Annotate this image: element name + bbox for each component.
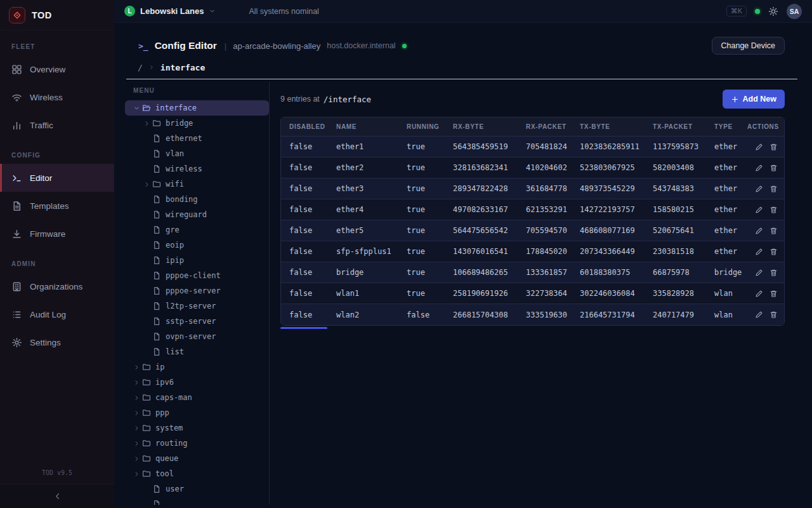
tree-item-eoip[interactable]: eoip (125, 237, 269, 253)
tree-item-label: ovpn-server (166, 332, 216, 341)
tree-item-label: system (155, 424, 183, 432)
table-row: falseether4true4970826331676213532911427… (281, 199, 784, 220)
edit-pencil-icon[interactable] (755, 248, 763, 256)
sidebar-item-templates[interactable]: Templates (0, 192, 114, 220)
cell-type: wlan (706, 311, 747, 319)
tree-item-ovpn-server[interactable]: ovpn-server (125, 329, 269, 344)
tree-item-bridge[interactable]: bridge (125, 116, 269, 131)
edit-pencil-icon[interactable] (755, 206, 763, 214)
edit-pencil-icon[interactable] (755, 143, 763, 151)
tree-item-ipip[interactable]: ipip (125, 253, 269, 268)
tree-item-sstp-server[interactable]: sstp-server (125, 314, 269, 329)
delete-trash-icon[interactable] (769, 311, 778, 319)
cell-rx-byte: 258190691926 (445, 289, 518, 298)
sidebar-item-wireless[interactable]: Wireless (0, 83, 114, 111)
tree-item-ip[interactable]: ip (125, 359, 269, 375)
chevron-right-icon[interactable] (133, 425, 142, 432)
edit-pencil-icon[interactable] (755, 185, 763, 193)
breadcrumb-root[interactable]: / (138, 63, 143, 72)
cell-name: ether2 (328, 163, 398, 172)
edit-pencil-icon[interactable] (755, 311, 763, 319)
add-new-button[interactable]: Add New (723, 90, 785, 109)
chevron-right-icon[interactable] (133, 364, 142, 371)
tree-item-partial[interactable] (125, 497, 269, 505)
tree-item-wifi[interactable]: wifi (125, 177, 269, 192)
delete-trash-icon[interactable] (769, 248, 778, 256)
edit-pencil-icon[interactable] (755, 269, 763, 277)
cell-type: wlan (706, 289, 747, 298)
tree-item-list[interactable]: list (125, 344, 269, 359)
org-picker[interactable]: L Lebowski Lanes (124, 6, 216, 17)
tree-item-bonding[interactable]: bonding (125, 192, 269, 207)
tree-item-label: pppoe-server (166, 286, 221, 295)
tree-item-gre[interactable]: gre (125, 222, 269, 237)
tree-item-wireguard[interactable]: wireguard (125, 207, 269, 222)
folder-icon (142, 393, 152, 402)
command-palette-shortcut[interactable]: ⌘K (726, 6, 747, 17)
topbar: L Lebowski Lanes All systems nominal ⌘K … (114, 0, 812, 23)
wifi-icon (11, 92, 22, 103)
edit-pencil-icon[interactable] (755, 227, 763, 235)
cell-actions (747, 269, 784, 277)
tree-item-pppoe-client[interactable]: pppoe-client (125, 268, 269, 283)
sidebar-item-editor[interactable]: Editor (0, 164, 114, 192)
chevron-right-icon (148, 64, 155, 70)
tree-item-ppp[interactable]: ppp (125, 405, 269, 420)
cell-type: ether (706, 142, 747, 151)
delete-trash-icon[interactable] (769, 185, 778, 193)
chevron-right-icon[interactable] (133, 394, 142, 401)
system-status-text: All systems nominal (249, 7, 318, 16)
delete-trash-icon[interactable] (769, 269, 778, 277)
file-icon (152, 317, 162, 326)
chevron-right-icon[interactable] (143, 120, 152, 127)
delete-trash-icon[interactable] (769, 164, 778, 172)
sidebar-item-traffic[interactable]: Traffic (0, 111, 114, 139)
chevron-right-icon[interactable] (133, 440, 142, 447)
chevron-right-icon[interactable] (143, 181, 152, 188)
edit-pencil-icon[interactable] (755, 290, 763, 298)
cell-actions (747, 227, 784, 235)
cell-tx-packet: 230381518 (645, 247, 706, 256)
tree-item-ipv6[interactable]: ipv6 (125, 375, 269, 390)
table-row: falsesfp-sfpplus1true1430760165411788450… (281, 241, 784, 262)
tree-item-vlan[interactable]: vlan (125, 146, 269, 161)
chevron-right-icon[interactable] (133, 379, 142, 386)
edit-pencil-icon[interactable] (755, 164, 763, 172)
tree-item-wireless[interactable]: wireless (125, 161, 269, 177)
delete-trash-icon[interactable] (769, 227, 778, 235)
cell-rx-packet: 705481824 (518, 142, 572, 151)
tree-item-user[interactable]: user (125, 481, 269, 497)
sidebar-collapse-button[interactable] (0, 484, 114, 508)
tree-item-tool[interactable]: tool (125, 466, 269, 481)
table-row: falseether5true5644756565427055945704686… (281, 220, 784, 241)
sidebar-item-overview[interactable]: Overview (0, 55, 114, 83)
sidebar-item-settings[interactable]: Settings (0, 328, 114, 356)
chevron-right-icon[interactable] (133, 410, 142, 417)
tree-item-caps-man[interactable]: caps-man (125, 390, 269, 405)
delete-trash-icon[interactable] (769, 143, 778, 151)
horizontal-scrollbar-thumb[interactable] (280, 327, 327, 329)
sidebar-item-firmware[interactable]: Firmware (0, 220, 114, 248)
tree-item-label: tool (155, 469, 174, 478)
cell-disabled: false (281, 184, 328, 193)
tree-item-queue[interactable]: queue (125, 451, 269, 466)
tree-item-pppoe-server[interactable]: pppoe-server (125, 283, 269, 298)
chevron-right-icon[interactable] (133, 471, 142, 478)
sidebar-item-audit-log[interactable]: Audit Log (0, 300, 114, 328)
delete-trash-icon[interactable] (769, 206, 778, 214)
cell-rx-byte: 143076016541 (445, 247, 518, 256)
delete-trash-icon[interactable] (769, 290, 778, 298)
tree-item-interface[interactable]: interface (125, 100, 269, 116)
theme-toggle-sun-icon[interactable] (768, 6, 778, 17)
chevron-down-icon[interactable] (133, 105, 142, 112)
tree-item-l2tp-server[interactable]: l2tp-server (125, 298, 269, 314)
tree-item-ethernet[interactable]: ethernet (125, 131, 269, 146)
tree-item-system[interactable]: system (125, 420, 269, 436)
user-avatar[interactable]: SA (787, 4, 802, 19)
chevron-right-icon[interactable] (133, 455, 142, 462)
change-device-button[interactable]: Change Device (712, 37, 785, 55)
file-icon (152, 256, 162, 265)
folder-icon (142, 424, 152, 432)
tree-item-routing[interactable]: routing (125, 436, 269, 451)
sidebar-item-organizations[interactable]: Organizations (0, 272, 114, 300)
